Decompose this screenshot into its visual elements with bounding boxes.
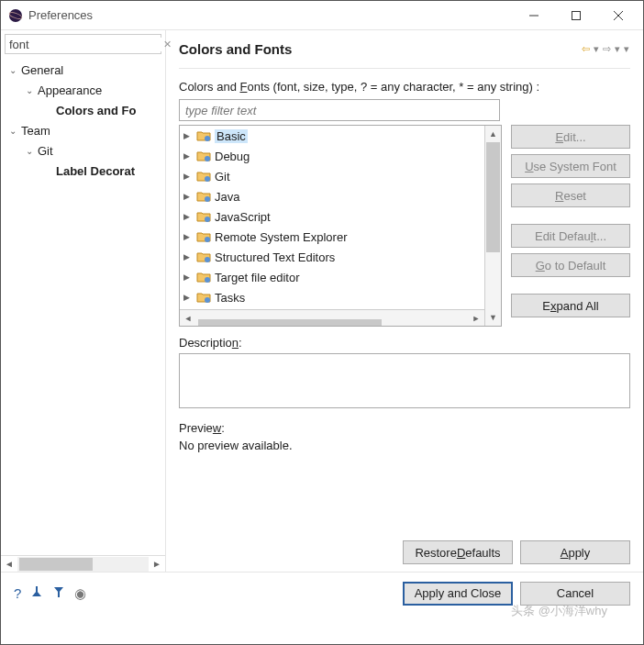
apply-and-close-button[interactable]: Apply and Close (403, 582, 513, 606)
fonts-tree[interactable]: ▶Basic▶Debug▶Git▶Java▶JavaScript▶Remote … (179, 125, 502, 327)
close-button[interactable] (597, 2, 639, 29)
chevron-right-icon[interactable]: ▶ (183, 293, 194, 302)
export-icon[interactable] (52, 585, 65, 602)
help-icon[interactable]: ? (14, 585, 21, 602)
import-icon[interactable] (30, 585, 43, 602)
description-label: Description: (179, 336, 630, 350)
scroll-right-icon[interactable]: ► (149, 559, 165, 569)
preview-label: Preview: (179, 421, 630, 435)
svg-point-8 (205, 176, 210, 182)
chevron-right-icon[interactable]: ▶ (183, 232, 194, 241)
tree-item-team[interactable]: ⌄Team (1, 120, 165, 140)
expand-all-button[interactable]: Expand All (511, 294, 630, 317)
svg-point-7 (205, 156, 210, 161)
use-system-font-button[interactable]: Use System Font (511, 154, 630, 178)
cancel-button[interactable]: Cancel (520, 582, 630, 606)
svg-rect-16 (58, 592, 60, 597)
font-tree-item[interactable]: ▶JavaScript (180, 206, 484, 227)
page-title: Colors and Fonts (179, 41, 581, 57)
nav-history: ⇦▾ ⇨▾ ▾ (581, 43, 630, 55)
nav-forward-icon[interactable]: ⇨ (602, 43, 612, 55)
chevron-down-icon[interactable]: ⌄ (23, 85, 36, 95)
font-tree-item[interactable]: ▶Java (180, 186, 484, 206)
nav-back-menu-icon[interactable]: ▾ (593, 43, 600, 55)
font-tree-item[interactable]: ▶Target file editor (180, 267, 484, 287)
preview-text: No preview available. (179, 439, 630, 452)
search-input[interactable] (9, 38, 163, 51)
titlebar: Preferences (1, 1, 643, 30)
font-tree-item[interactable]: ▶Structured Text Editors (180, 247, 484, 267)
scroll-up-icon[interactable]: ▲ (485, 126, 501, 142)
font-tree-item[interactable]: ▶Tasks (180, 287, 484, 307)
window-title: Preferences (28, 8, 513, 22)
svg-point-14 (205, 297, 210, 303)
chevron-right-icon[interactable]: ▶ (183, 151, 194, 161)
font-tree-item[interactable]: ▶Basic (180, 126, 484, 146)
nav-menu-icon[interactable]: ▾ (623, 43, 630, 55)
bottom-bar: ? ◉ Apply and Close Cancel (1, 572, 643, 614)
svg-point-12 (205, 257, 210, 262)
search-input-wrapper[interactable]: ✕ (5, 34, 161, 54)
instruction-label: Colors and Fonts (font, size, type, ? = … (179, 80, 630, 94)
sidebar: ✕ ⌄General ⌄Appearance Colors and Fo ⌄Te… (1, 30, 166, 572)
apply-button[interactable]: Apply (520, 540, 630, 564)
scroll-down-icon[interactable]: ▼ (485, 309, 501, 326)
content-header: Colors and Fonts ⇦▾ ⇨▾ ▾ (179, 30, 630, 69)
filter-input[interactable]: type filter text (179, 99, 500, 121)
svg-rect-3 (572, 11, 581, 19)
tree-item-label-decorations[interactable]: Label Decorat (1, 161, 165, 181)
chevron-right-icon[interactable]: ▶ (183, 192, 194, 201)
maximize-button[interactable] (555, 2, 597, 29)
font-tree-item[interactable]: ▶Debug (180, 146, 484, 166)
chevron-right-icon[interactable]: ▶ (183, 172, 194, 181)
content-pane: Colors and Fonts ⇦▾ ⇨▾ ▾ Colors and Font… (166, 30, 643, 572)
scroll-left-icon[interactable]: ◄ (180, 314, 196, 323)
sidebar-h-scrollbar[interactable]: ◄ ► (1, 555, 165, 572)
chevron-right-icon[interactable]: ▶ (183, 252, 194, 261)
chevron-down-icon[interactable]: ⌄ (6, 126, 19, 136)
category-tree[interactable]: ⌄General ⌄Appearance Colors and Fo ⌄Team… (1, 58, 165, 555)
go-to-default-button[interactable]: Go to Default (511, 253, 630, 277)
chevron-right-icon[interactable]: ▶ (183, 272, 194, 282)
svg-point-10 (205, 217, 210, 222)
svg-point-6 (205, 136, 210, 141)
scroll-left-icon[interactable]: ◄ (1, 559, 17, 569)
scroll-thumb[interactable] (198, 319, 382, 328)
svg-rect-15 (36, 586, 38, 592)
chevron-right-icon[interactable]: ▶ (183, 131, 194, 140)
scroll-right-icon[interactable]: ► (468, 314, 484, 323)
tree-item-appearance[interactable]: ⌄Appearance (1, 80, 165, 100)
app-icon (8, 8, 23, 23)
svg-point-11 (205, 237, 210, 242)
nav-back-icon[interactable]: ⇦ (581, 43, 591, 55)
scroll-thumb[interactable] (486, 142, 500, 252)
tree-item-colors-fonts[interactable]: Colors and Fo (1, 100, 165, 120)
nav-forward-menu-icon[interactable]: ▾ (614, 43, 621, 55)
tree-item-general[interactable]: ⌄General (1, 60, 165, 80)
svg-point-13 (205, 277, 210, 283)
record-icon[interactable]: ◉ (74, 585, 86, 602)
reset-button[interactable]: Reset (511, 183, 630, 207)
font-tree-item[interactable]: ▶Remote System Explorer (180, 227, 484, 247)
tree-h-scrollbar[interactable]: ◄ ► (180, 309, 484, 326)
restore-defaults-button[interactable]: Restore Defaults (403, 540, 513, 564)
scroll-thumb[interactable] (19, 558, 93, 571)
svg-point-9 (205, 196, 210, 202)
chevron-right-icon[interactable]: ▶ (183, 212, 194, 221)
tree-v-scrollbar[interactable]: ▲ ▼ (484, 126, 501, 326)
minimize-button[interactable] (513, 2, 555, 29)
chevron-down-icon[interactable]: ⌄ (6, 65, 19, 75)
tree-item-git[interactable]: ⌄Git (1, 140, 165, 161)
font-tree-item[interactable]: ▶Git (180, 166, 484, 186)
edit-button[interactable]: Edit... (511, 125, 630, 149)
edit-default-button[interactable]: Edit Default... (511, 224, 630, 248)
chevron-down-icon[interactable]: ⌄ (23, 146, 36, 156)
description-box[interactable] (179, 353, 630, 408)
button-column: Edit... Use System Font Reset Edit Defau… (511, 125, 630, 327)
